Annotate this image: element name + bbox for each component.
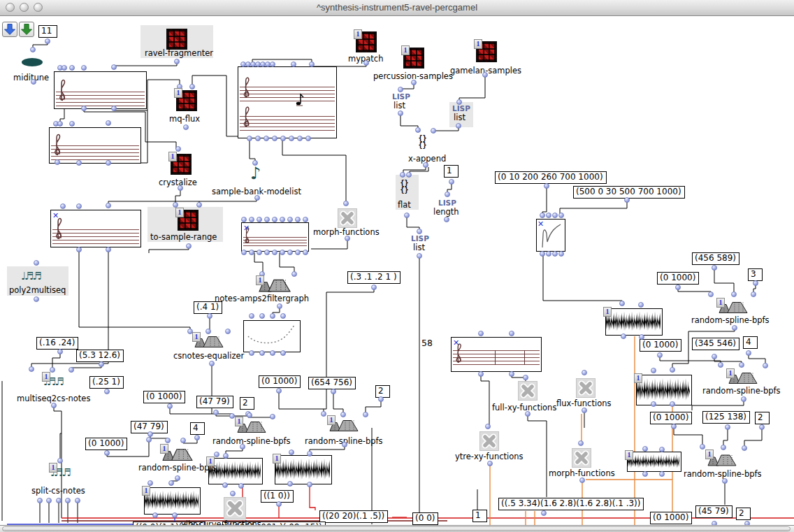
x-append-label: x-append (408, 154, 446, 164)
bpf-box[interactable]: ✕ (536, 219, 565, 252)
value-box[interactable]: (0 1000) (259, 375, 301, 388)
lock-badge[interactable]: 1 (625, 450, 633, 460)
score-box[interactable] (238, 66, 337, 138)
flux-functions-label: flux-functions (556, 398, 611, 408)
value-box[interactable]: (0 1000) (650, 412, 692, 424)
lock-badge[interactable]: 1 (192, 332, 201, 342)
value-box[interactable]: 11 (38, 25, 57, 38)
score-box[interactable]: ✕ (451, 337, 542, 372)
lock-badge[interactable]: 1 (160, 444, 168, 454)
vibr-curve-functions-icon[interactable] (224, 497, 246, 519)
value-box[interactable]: (0 1000) (657, 272, 699, 285)
value-box[interactable]: 4 (190, 422, 205, 435)
ravel-fragmenter-icon[interactable] (166, 29, 187, 50)
random-spline-bpfs-label: random-spline-bpfs (212, 436, 291, 446)
score-box[interactable] (54, 71, 147, 109)
flat-icon[interactable]: {}{} (399, 180, 410, 194)
lock-badge[interactable]: 1 (327, 415, 335, 425)
value-box[interactable]: 3 (748, 268, 763, 281)
value-box[interactable]: (0 1000) (650, 512, 692, 524)
morph-functions-icon[interactable] (338, 208, 357, 228)
value-box[interactable]: (0 10 200 260 700 1000) (495, 171, 607, 184)
percussion-samples-label: percussion-samples (373, 71, 453, 81)
value-box[interactable]: 2 (240, 397, 254, 410)
lock-badge[interactable]: 1 (175, 208, 184, 217)
full-xy-functions-icon[interactable] (518, 381, 537, 401)
eval-button[interactable] (2, 22, 17, 37)
value-box[interactable]: ((.5 3.34)(1.6 2.8)(1.6 2.8)(.1 .3)) (498, 498, 644, 510)
lock-badge[interactable]: 1 (142, 486, 150, 496)
value-box[interactable]: (.25 1) (89, 376, 124, 389)
poly2multiseq-label: poly2multiseq (9, 285, 66, 295)
value-box[interactable]: (345 546) (692, 338, 739, 350)
sound-box[interactable] (275, 455, 332, 484)
lock-badge[interactable]: 1 (168, 152, 177, 161)
value-box[interactable]: (125 138) (702, 411, 750, 424)
value-box[interactable]: (0 0) (412, 512, 438, 525)
morph-functions-icon[interactable] (572, 448, 591, 468)
miditune-icon[interactable] (22, 58, 43, 66)
lock-badge[interactable]: 1 (705, 450, 714, 459)
lisp-list-box[interactable]: list (454, 113, 465, 122)
value-box[interactable]: 2 (755, 412, 770, 424)
lock-badge[interactable]: 1 (42, 372, 50, 382)
value-box[interactable]: (0 1000) (640, 339, 681, 352)
lock-badge[interactable]: 1 (49, 463, 57, 473)
value-box[interactable]: (.16 .24) (36, 337, 78, 350)
notes-chord-icon[interactable]: ♩♬♬ (21, 270, 41, 282)
lock-badge[interactable]: 1 (174, 88, 182, 98)
x-append-icon[interactable]: {}{} (417, 135, 428, 149)
value-box[interactable]: (45 79) (695, 505, 732, 518)
lisp-tag: LISP (392, 92, 410, 101)
lisp-list-box[interactable]: list (394, 101, 405, 110)
lock-badge[interactable]: 1 (634, 373, 642, 383)
value-box[interactable]: 2 (736, 508, 751, 520)
lock-badge[interactable]: 1 (206, 456, 215, 466)
lock-badge[interactable]: 1 (726, 368, 735, 378)
lock-badge[interactable]: 1 (273, 454, 281, 463)
lock-badge[interactable]: 1 (401, 45, 410, 55)
value-box[interactable]: (47 79) (131, 421, 168, 433)
treble-clef-icon (54, 216, 65, 245)
value-box[interactable]: (654 756) (308, 377, 356, 389)
scrollbar-thumb[interactable] (2, 526, 791, 531)
lock-badge[interactable]: 1 (354, 29, 362, 39)
value-box[interactable]: (500 0 30 500 700 1000) (573, 186, 685, 199)
score-box[interactable]: ✕ (241, 222, 309, 252)
value-box[interactable]: (5.3 12.6) (76, 350, 124, 362)
titlebar[interactable]: ^synthesis-instrument5-ravel-percgamel (0, 0, 794, 16)
lock-badge[interactable]: 1 (716, 298, 725, 308)
lock-badge[interactable]: 1 (603, 307, 612, 317)
lock-badge[interactable]: 1 (474, 39, 482, 49)
value-box[interactable]: (0 1000) (85, 438, 127, 450)
random-spline-bpfs-label: random-spline-bpfs (684, 469, 762, 479)
value-box[interactable]: 1 (472, 510, 487, 522)
value-box[interactable]: 1 (444, 165, 459, 178)
value-box[interactable]: 2 (375, 385, 390, 398)
horizontal-scrollbar[interactable] (0, 525, 794, 532)
sound-box[interactable] (627, 452, 681, 472)
bpf-box[interactable] (243, 320, 301, 352)
value-box[interactable]: (0 1000) (143, 391, 185, 403)
ytre-xy-functions-icon[interactable] (479, 431, 499, 451)
value-box[interactable]: (.3 .1 .2 1 ) (347, 271, 400, 284)
score-box[interactable] (49, 127, 141, 164)
lock-badge[interactable]: 1 (235, 417, 243, 426)
eighth-note-icon[interactable]: ♪ (250, 164, 261, 183)
lisp-list-box[interactable]: list (413, 243, 425, 252)
lock-badge[interactable]: 1 (256, 275, 264, 285)
flux-functions-icon[interactable] (576, 378, 596, 398)
sound-box[interactable] (144, 487, 201, 515)
random-spline-bpfs-label: random-spline-bpfs (305, 436, 383, 446)
value-box[interactable]: (47 79) (196, 396, 233, 408)
value-box[interactable]: ((1 0)) (261, 490, 294, 503)
value-box[interactable]: ((20 20)(.1 .5)) (319, 510, 388, 523)
lisp-length-box[interactable]: length (433, 207, 459, 217)
score-box[interactable]: ✕ (50, 210, 141, 247)
value-box[interactable]: (456 589) (692, 252, 739, 265)
value-box[interactable]: 4 (743, 336, 758, 349)
csnotes-equalizer-label: csnotes-equalizer (173, 351, 244, 361)
save-button[interactable] (19, 22, 34, 37)
sound-box[interactable] (636, 375, 692, 405)
sound-box[interactable] (605, 308, 663, 336)
